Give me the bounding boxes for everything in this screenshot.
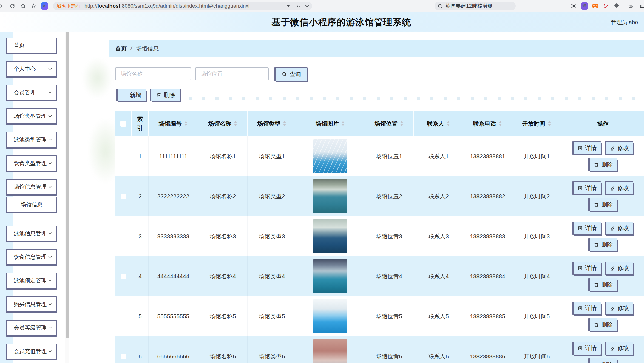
sidebar-item[interactable]: 泳池预定管理 bbox=[6, 273, 57, 290]
forward-icon[interactable] bbox=[0, 2, 4, 10]
cell-venue-code: 4444444444 bbox=[149, 256, 198, 296]
trash-icon bbox=[594, 322, 599, 327]
edit-button[interactable]: 修改 bbox=[605, 141, 633, 155]
sidebar-item[interactable]: 场馆信息 bbox=[6, 197, 57, 213]
venue-name-input[interactable] bbox=[115, 67, 191, 80]
cell-venue-position: 场馆位置1 bbox=[364, 136, 414, 176]
delete-row-button[interactable]: 删除 bbox=[588, 198, 617, 211]
row-checkbox[interactable] bbox=[121, 234, 126, 239]
delete-button[interactable]: 删除 bbox=[150, 89, 181, 101]
row-checkbox[interactable] bbox=[121, 274, 126, 279]
detail-button[interactable]: 详情 bbox=[572, 222, 601, 235]
sidebar-item-label: 会员管理 bbox=[14, 89, 36, 96]
trash-icon bbox=[594, 242, 599, 247]
admin-user-label[interactable]: 管理员 abo bbox=[611, 18, 638, 26]
row-checkbox[interactable] bbox=[121, 154, 126, 159]
sidebar-item[interactable]: 个人中心 bbox=[6, 61, 57, 78]
chevron-down-icon bbox=[48, 138, 52, 141]
document-icon bbox=[578, 186, 583, 191]
translate-extension-icon[interactable]: 译 bbox=[581, 2, 588, 10]
edit-button[interactable]: 修改 bbox=[605, 182, 633, 195]
plus-icon bbox=[123, 93, 127, 97]
add-button[interactable]: 新增 bbox=[116, 89, 146, 101]
table-header-cell: 场馆图片 bbox=[296, 111, 364, 136]
sort-carets[interactable] bbox=[234, 121, 237, 126]
pencil-icon bbox=[610, 186, 615, 191]
detail-button[interactable]: 详情 bbox=[572, 302, 601, 315]
cell-venue-position: 场馆位置6 bbox=[364, 336, 414, 363]
screenshot-scissors-icon[interactable] bbox=[570, 2, 577, 10]
delete-row-button[interactable]: 删除 bbox=[588, 358, 617, 363]
row-checkbox[interactable] bbox=[121, 194, 126, 199]
more-options-icon[interactable] bbox=[295, 5, 300, 7]
sidebar: 首页 个人中心 会员管理 场馆类型管理 bbox=[0, 32, 69, 363]
chevron-down-icon[interactable] bbox=[305, 5, 309, 7]
column-label: 场馆位置 bbox=[375, 120, 398, 127]
game-extension-icon[interactable] bbox=[592, 2, 599, 10]
sort-carets[interactable] bbox=[283, 121, 286, 126]
breadcrumb-home[interactable]: 首页 bbox=[115, 45, 127, 52]
extensions-puzzle-icon[interactable] bbox=[613, 2, 620, 10]
table-header-cell: 索引 bbox=[132, 111, 149, 136]
sidebar-item[interactable]: 购买信息管理 bbox=[6, 296, 57, 313]
edit-button[interactable]: 修改 bbox=[605, 262, 633, 275]
detail-button[interactable]: 详情 bbox=[572, 262, 601, 275]
delete-row-button[interactable]: 删除 bbox=[588, 158, 617, 171]
sidebar-item[interactable]: 饮食类型管理 bbox=[6, 155, 57, 172]
ai-assistant-icon[interactable]: AI bbox=[41, 2, 48, 10]
sidebar-item[interactable]: 场馆信息管理 bbox=[6, 179, 57, 196]
home-icon[interactable] bbox=[19, 2, 27, 10]
table-header-cell: 场馆编号 bbox=[149, 111, 198, 136]
address-bar[interactable]: 域名重定向 http://localhost:8080/ssm1xq9q/adm… bbox=[53, 2, 312, 10]
document-icon bbox=[578, 146, 583, 151]
row-checkbox[interactable] bbox=[121, 354, 126, 359]
sidebar-item[interactable]: 会员充值管理 bbox=[6, 344, 57, 360]
decorative-dotted-line bbox=[189, 97, 642, 100]
cell-venue-type: 场馆类型1 bbox=[248, 136, 296, 176]
cell-venue-type: 场馆类型2 bbox=[248, 176, 296, 216]
refresh-icon[interactable] bbox=[9, 2, 16, 10]
sort-carets[interactable] bbox=[499, 121, 502, 126]
downloads-icon[interactable] bbox=[627, 2, 634, 10]
venue-position-input[interactable] bbox=[195, 67, 269, 80]
delete-row-button[interactable]: 删除 bbox=[588, 278, 617, 291]
browser-search-box[interactable]: 英国要建12艘核潜艇 bbox=[435, 2, 516, 10]
edit-button[interactable]: 修改 bbox=[605, 302, 633, 315]
lightning-icon[interactable] bbox=[286, 4, 290, 8]
sort-carets[interactable] bbox=[548, 121, 551, 126]
sort-carets[interactable] bbox=[341, 121, 345, 126]
detail-button[interactable]: 详情 bbox=[572, 182, 601, 195]
sidebar-menu: 首页 个人中心 会员管理 场馆类型管理 bbox=[0, 38, 69, 363]
sidebar-scrollbar[interactable] bbox=[65, 32, 69, 363]
venue-photo bbox=[313, 179, 347, 213]
pencil-icon bbox=[610, 266, 615, 271]
sidebar-item[interactable]: 首页 bbox=[6, 38, 57, 54]
bookmark-star-icon[interactable] bbox=[30, 2, 37, 10]
sidebar-item[interactable]: 场馆类型管理 bbox=[6, 108, 57, 125]
select-all-checkbox[interactable] bbox=[120, 121, 126, 127]
sidebar-item[interactable]: 饮食信息管理 bbox=[6, 249, 57, 266]
row-checkbox[interactable] bbox=[121, 314, 126, 319]
sidebar-item[interactable]: 会员等级管理 bbox=[6, 320, 57, 337]
edit-button[interactable]: 修改 bbox=[605, 222, 633, 235]
chevron-down-icon bbox=[48, 279, 52, 282]
delete-row-button[interactable]: 删除 bbox=[588, 238, 617, 251]
sidebar-item[interactable]: 泳池类型管理 bbox=[6, 132, 57, 149]
column-label: 操作 bbox=[597, 120, 609, 127]
cell-index: 4 bbox=[132, 256, 149, 296]
search-icon bbox=[438, 4, 442, 8]
sort-carets[interactable] bbox=[447, 121, 450, 126]
sort-carets[interactable] bbox=[184, 121, 188, 126]
query-button[interactable]: 查询 bbox=[274, 67, 308, 81]
cell-venue-name: 场馆名称1 bbox=[198, 136, 248, 176]
detail-button[interactable]: 详情 bbox=[572, 141, 601, 155]
delete-row-button[interactable]: 删除 bbox=[588, 318, 617, 331]
sidebar-scrollbar-thumb[interactable] bbox=[66, 32, 69, 338]
detail-button[interactable]: 详情 bbox=[572, 342, 601, 355]
edit-button[interactable]: 修改 bbox=[605, 342, 633, 355]
sidebar-item[interactable]: 泳池信息管理 bbox=[6, 226, 57, 242]
history-sync-icon[interactable] bbox=[639, 2, 644, 10]
graph-extension-icon[interactable] bbox=[602, 2, 609, 10]
sort-carets[interactable] bbox=[400, 121, 403, 126]
sidebar-item[interactable]: 会员管理 bbox=[6, 85, 57, 101]
